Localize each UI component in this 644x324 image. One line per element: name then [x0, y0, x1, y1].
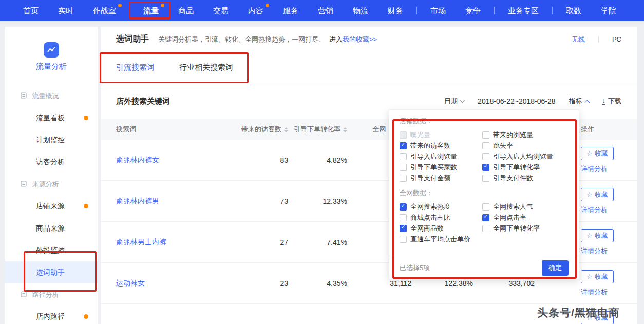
nav-item-label: 财务 [388, 6, 403, 15]
download-button[interactable]: ↓ 下载 [602, 97, 622, 106]
nav-item[interactable] [552, 7, 553, 14]
detail-analysis-link[interactable]: 详情分析 [581, 246, 608, 256]
sidebar-item[interactable]: 店铺来源 [5, 195, 98, 217]
checkbox[interactable]: ✓ [482, 142, 489, 149]
favorite-button[interactable]: ☆ 收藏 [581, 147, 614, 160]
checkbox[interactable]: ✓ [482, 175, 489, 182]
sidebar-title: 流量分析 [5, 62, 98, 71]
metric-checkbox-option[interactable]: ✓ 带来的浏览量 [482, 129, 569, 140]
checkbox[interactable]: ✓ [400, 153, 407, 160]
metric-checkbox-option[interactable]: ✓ 带来的访客数 [400, 140, 482, 151]
nav-item[interactable]: 商品 [168, 0, 203, 21]
nav-item[interactable]: 作战室 [83, 0, 126, 21]
checkbox[interactable]: ✓ [400, 214, 407, 221]
checkbox[interactable]: ✓ [400, 175, 407, 182]
sidebar-item[interactable]: 流量概况 [5, 85, 98, 107]
checkbox[interactable]: ✓ [400, 203, 407, 211]
metric-checkbox-option[interactable]: ✓ 跳失率 [482, 140, 569, 151]
metric-checkbox-option[interactable]: ✓ 引导入店人均浏览量 [482, 151, 569, 162]
metric-checkbox-option[interactable]: ✓ 全网商品数 [400, 223, 482, 234]
sidebar-item[interactable]: 选词助手 [5, 261, 98, 283]
metric-checkbox-option[interactable]: ✓ 商城点击占比 [400, 212, 482, 223]
nav-item[interactable]: 营销 [308, 0, 343, 21]
metric-checkbox-option[interactable]: ✓ 曝光量 [400, 129, 482, 140]
metric-checkbox-option[interactable]: ✓ 引导入店浏览量 [400, 151, 482, 162]
tab[interactable]: 行业相关搜索词 [179, 52, 233, 83]
row-actions: ☆ 收藏 详情分析 [535, 311, 637, 324]
nav-item[interactable]: 取数 [556, 0, 591, 21]
nav-item[interactable] [494, 7, 495, 14]
checkbox-label: 引导入店人均浏览量 [493, 152, 553, 161]
metric-checkbox-option[interactable]: ✓ 全网点击率 [482, 212, 569, 223]
nav-item[interactable]: 物流 [343, 0, 378, 21]
nav-item[interactable] [416, 7, 417, 14]
checkbox[interactable]: ✓ [400, 131, 407, 139]
nav-item[interactable]: 财务 [378, 0, 413, 21]
nav-item[interactable] [129, 7, 130, 14]
keyword-link[interactable]: 俞兆林内裤男 [116, 197, 159, 205]
checkbox[interactable]: ✓ [482, 164, 489, 171]
checkbox-label: 商城点击占比 [410, 213, 450, 222]
metric-checkbox-option[interactable]: ✓ 引导支付金额 [400, 173, 482, 183]
checkbox[interactable]: ✓ [482, 214, 489, 221]
sort-icon[interactable] [343, 127, 347, 132]
favorite-button[interactable]: ☆ 收藏 [581, 188, 614, 201]
checkbox[interactable]: ✓ [400, 142, 407, 149]
nav-item[interactable]: 内容 [238, 0, 273, 21]
platform-pc-link[interactable]: PC [612, 35, 621, 43]
nav-item[interactable]: 实时 [48, 0, 83, 21]
sidebar-item[interactable]: 商品来源 [5, 217, 98, 239]
checkbox[interactable]: ✓ [400, 236, 407, 243]
star-icon: ☆ [586, 314, 593, 321]
sidebar-item[interactable]: 计划监控 [5, 129, 98, 151]
metric-checkbox-option[interactable]: ✓ 直通车平均点击单价 [400, 234, 482, 244]
sidebar-item[interactable]: 来源分析 [5, 173, 98, 195]
nav-item[interactable]: 首页 [13, 0, 48, 21]
metric-checkbox-option[interactable]: ✓ 引导下单买家数 [400, 162, 482, 173]
keyword-link[interactable]: 俞兆林内裤女 [116, 156, 159, 164]
favorite-button[interactable]: ☆ 收藏 [581, 270, 614, 283]
nav-item[interactable]: 业务专区 [498, 0, 548, 21]
sidebar-item[interactable]: 访客分析 [5, 151, 98, 173]
nav-item[interactable]: 服务 [273, 0, 308, 21]
checkbox[interactable]: ✓ [482, 203, 489, 211]
check-icon: ✓ [401, 224, 406, 231]
nav-item[interactable]: 竞争 [456, 0, 490, 21]
confirm-button[interactable]: 确定 [542, 260, 569, 276]
platform-wireless-link[interactable]: 无线 [572, 35, 585, 44]
detail-analysis-link[interactable]: 详情分析 [581, 164, 608, 174]
date-filter[interactable]: 日期 [444, 97, 464, 106]
favorite-button[interactable]: ☆ 收藏 [581, 311, 614, 324]
nav-item-label: 物流 [353, 6, 368, 15]
sort-icon[interactable] [284, 127, 288, 132]
sidebar-item[interactable]: 外投监控 [5, 239, 98, 261]
my-favorites-link[interactable]: 我的收藏>> [343, 35, 377, 44]
detail-analysis-link[interactable]: 详情分析 [581, 288, 608, 297]
star-icon: ☆ [586, 232, 593, 239]
keyword-link[interactable]: 俞兆林男士内裤 [116, 238, 166, 246]
nav-item[interactable]: 学院 [591, 0, 626, 21]
checkbox[interactable]: ✓ [482, 153, 489, 160]
sidebar-item[interactable]: 店内路径 [5, 306, 98, 324]
favorite-button[interactable]: ☆ 收藏 [581, 229, 614, 242]
checkbox[interactable]: ✓ [400, 225, 407, 232]
sidebar-item[interactable]: 流量看板 [5, 107, 98, 129]
checkbox[interactable]: ✓ [400, 164, 407, 171]
checkbox[interactable]: ✓ [482, 131, 489, 139]
detail-analysis-link[interactable]: 详情分析 [581, 205, 608, 215]
date-range[interactable]: 2018-06-22~2018-06-28 [478, 97, 555, 105]
metric-checkbox-option[interactable]: ✓ 全网下单转化率 [482, 223, 569, 234]
checkbox[interactable]: ✓ [482, 225, 489, 232]
metrics-dropdown[interactable]: 指标 [569, 97, 589, 106]
metric-checkbox-option[interactable]: ✓ 全网搜索热度 [400, 201, 482, 212]
nav-item-label: 服务 [283, 6, 298, 15]
keyword-link[interactable]: 运动袜女 [116, 279, 145, 287]
nav-item[interactable]: 流量 [134, 0, 168, 21]
nav-item[interactable]: 交易 [203, 0, 238, 21]
nav-item[interactable]: 市场 [421, 0, 456, 21]
metric-checkbox-option[interactable]: ✓ 引导支付件数 [482, 173, 569, 183]
sidebar-item[interactable]: 路径分析 [5, 283, 98, 306]
metric-checkbox-option[interactable]: ✓ 引导下单转化率 [482, 162, 569, 173]
tab[interactable]: 引流搜索词 [116, 52, 155, 83]
metric-checkbox-option[interactable]: ✓ 全网搜索人气 [482, 201, 569, 212]
